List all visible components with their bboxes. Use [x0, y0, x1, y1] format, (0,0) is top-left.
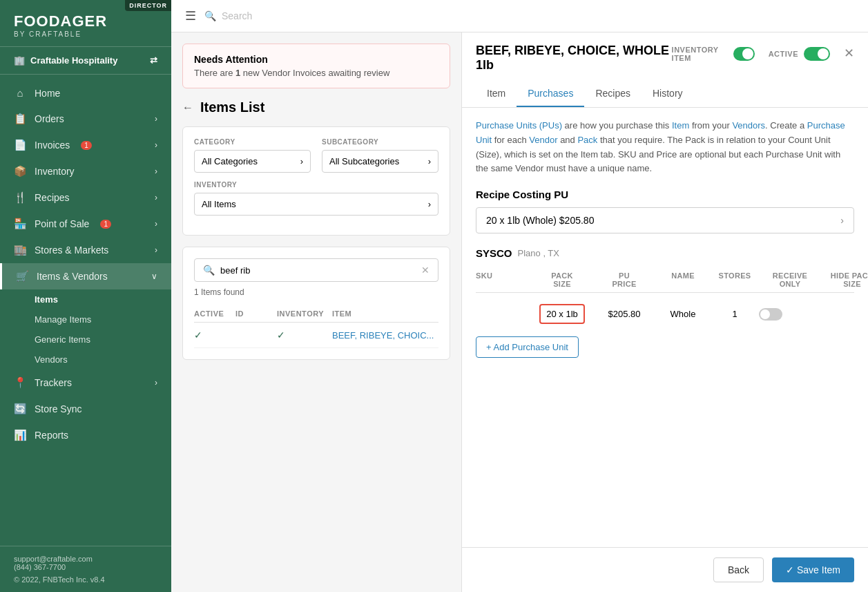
alert-box: Needs Attention There are 1 new Vendor I…	[182, 44, 450, 88]
active-check: ✓	[194, 330, 235, 341]
sidebar-item-vendors[interactable]: Vendors	[35, 350, 171, 370]
recipes-icon: 🍴	[14, 191, 26, 204]
inventory-label: INVENTORY	[194, 181, 438, 189]
col-header-active: ACTIVE	[194, 309, 235, 318]
stores-cell: 1	[711, 309, 759, 319]
pack-size-box[interactable]: 20 x 1lb	[539, 304, 585, 324]
sidebar-item-orders[interactable]: 📋 Orders ›	[0, 106, 171, 132]
sidebar-item-label: Home	[35, 88, 60, 99]
sidebar-item-items-vendors[interactable]: 🛒 Items & Vendors ∨	[0, 263, 171, 289]
stores-icon: 🏬	[14, 244, 26, 256]
invoices-badge: 1	[81, 141, 92, 150]
sidebar-item-trackers[interactable]: 📍 Trackers ›	[0, 370, 171, 396]
check-icon: ✓	[194, 330, 202, 341]
main-content: ☰ 🔍 Search Needs Attention There are 1 n…	[171, 0, 868, 592]
top-bar: ☰ 🔍 Search	[171, 0, 868, 32]
chevron-right-icon: ›	[840, 215, 844, 226]
category-filter: CATEGORY All Categories ›	[194, 138, 311, 173]
chevron-right-icon: ›	[300, 156, 303, 166]
back-button[interactable]: Back	[713, 557, 764, 582]
org-switcher[interactable]: 🏢 Craftable Hospitality ⇄	[0, 47, 171, 75]
category-select[interactable]: All Categories ›	[194, 150, 311, 173]
col-header-item: ITEM	[332, 309, 438, 318]
search-icon: 🔍	[204, 10, 216, 21]
items-vendors-submenu: Items Manage Items Generic Items Vendors	[0, 289, 171, 370]
col-header-inventory: INVENTORY	[277, 309, 332, 318]
close-button[interactable]: ✕	[844, 46, 854, 62]
support-phone: (844) 367-7700	[14, 563, 157, 571]
sidebar-item-items[interactable]: Items	[35, 289, 171, 309]
trackers-icon: 📍	[14, 376, 26, 389]
tab-recipes[interactable]: Recipes	[584, 81, 642, 107]
items-list-header: ← Items List	[182, 99, 450, 115]
sidebar-item-home[interactable]: ⌂ Home	[0, 80, 171, 106]
sidebar-item-manage-items[interactable]: Manage Items	[35, 309, 171, 330]
sidebar-item-label: Store Sync	[35, 403, 81, 414]
logo-sub: BY CRAFTABLE	[14, 30, 157, 38]
filter-row-2: INVENTORY All Items ›	[194, 181, 438, 216]
inventory-item-switch[interactable]	[733, 47, 755, 61]
home-icon: ⌂	[14, 87, 26, 99]
tab-item[interactable]: Item	[476, 81, 517, 107]
subcategory-select[interactable]: All Subcategories ›	[322, 150, 438, 173]
inventory-item-toggle: INVENTORY ITEM	[672, 46, 755, 62]
sidebar-item-generic-items[interactable]: Generic Items	[35, 330, 171, 350]
item-name[interactable]: BEEF, RIBEYE, CHOIC...	[332, 330, 438, 341]
chevron-right-icon: ›	[155, 193, 157, 202]
pu-table-row: 20 x 1lb $205.80 Whole 1	[476, 298, 854, 330]
orders-icon: 📋	[14, 113, 26, 125]
purchases-info-text: Purchase Units (PUs) are how you purchas…	[476, 119, 854, 176]
search-input[interactable]	[220, 265, 416, 276]
content-area: Needs Attention There are 1 new Vendor I…	[171, 32, 868, 592]
sidebar-item-label: Point of Sale	[35, 218, 89, 229]
search-placeholder: Search	[222, 10, 252, 21]
menu-icon[interactable]: ☰	[185, 8, 196, 23]
sidebar: FOODAGER BY CRAFTABLE DIRECTOR 🏢 Craftab…	[0, 0, 171, 592]
chevron-right-icon: ›	[155, 219, 157, 229]
recipe-costing-pu-select[interactable]: 20 x 1lb (Whole) $205.80 ›	[476, 207, 854, 233]
sidebar-item-pos[interactable]: 🏪 Point of Sale 1 ›	[0, 211, 171, 237]
subcategory-filter: SUBCATEGORY All Subcategories ›	[322, 138, 438, 173]
panel-footer: Back ✓ Save Item	[462, 547, 868, 592]
inventory-select[interactable]: All Items ›	[194, 193, 438, 216]
alert-text: There are 1 new Vendor Invoices awaiting…	[194, 68, 438, 78]
logo-text: FOODAGER	[14, 12, 157, 30]
chevron-right-icon: ›	[428, 199, 431, 209]
search-input-wrapper: 🔍 ✕	[194, 258, 438, 282]
sidebar-item-stores[interactable]: 🏬 Stores & Markets ›	[0, 237, 171, 263]
name-cell: Whole	[655, 309, 711, 319]
sidebar-item-reports[interactable]: 📊 Reports	[0, 422, 171, 448]
pos-icon: 🏪	[14, 218, 26, 230]
toggle-row: INVENTORY ITEM ACTIVE ✕	[672, 46, 854, 62]
sidebar-item-label: Invoices	[35, 140, 70, 151]
active-label: ACTIVE	[769, 50, 798, 58]
panel-header: BEEF, RIBEYE, CHOICE, WHOLE 1lb INVENTOR…	[462, 32, 868, 108]
panel-tabs: Item Purchases Recipes History	[476, 81, 854, 107]
active-switch[interactable]	[804, 47, 830, 61]
sidebar-item-invoices[interactable]: 📄 Invoices 1 ›	[0, 132, 171, 158]
sidebar-item-recipes[interactable]: 🍴 Recipes ›	[0, 184, 171, 211]
tab-purchases[interactable]: Purchases	[517, 81, 584, 107]
support-email: support@craftable.com	[14, 555, 157, 563]
add-purchase-unit-button[interactable]: + Add Purchase Unit	[476, 336, 579, 358]
pu-table-header: SKU PACKSIZE PUPRICE NAME STORES RECEIVE…	[476, 267, 854, 293]
sidebar-item-inventory[interactable]: 📦 Inventory ›	[0, 158, 171, 184]
recipe-costing-pu-value: 20 x 1lb (Whole) $205.80	[486, 215, 594, 226]
tab-history[interactable]: History	[642, 81, 694, 107]
col-hide-pack-size: HIDE PACKSIZE	[821, 271, 868, 288]
receive-only-toggle[interactable]	[759, 308, 782, 321]
pos-badge: 1	[100, 220, 111, 229]
vendor-header: SYSCO Plano , TX	[476, 247, 854, 259]
left-panel: Needs Attention There are 1 new Vendor I…	[171, 32, 461, 592]
receive-only-cell[interactable]	[759, 308, 821, 321]
pack-size-cell[interactable]: 20 x 1lb	[531, 304, 593, 324]
save-item-button[interactable]: ✓ Save Item	[772, 557, 854, 582]
store-sync-icon: 🔄	[14, 403, 26, 415]
back-arrow-icon[interactable]: ←	[182, 102, 193, 114]
panel-title-row: BEEF, RIBEYE, CHOICE, WHOLE 1lb INVENTOR…	[476, 44, 854, 73]
pu-price-cell: $205.80	[593, 309, 655, 319]
sidebar-item-store-sync[interactable]: 🔄 Store Sync	[0, 396, 171, 422]
clear-icon[interactable]: ✕	[421, 265, 430, 276]
inventory-icon: 📦	[14, 165, 26, 178]
col-header-id: ID	[235, 309, 277, 318]
